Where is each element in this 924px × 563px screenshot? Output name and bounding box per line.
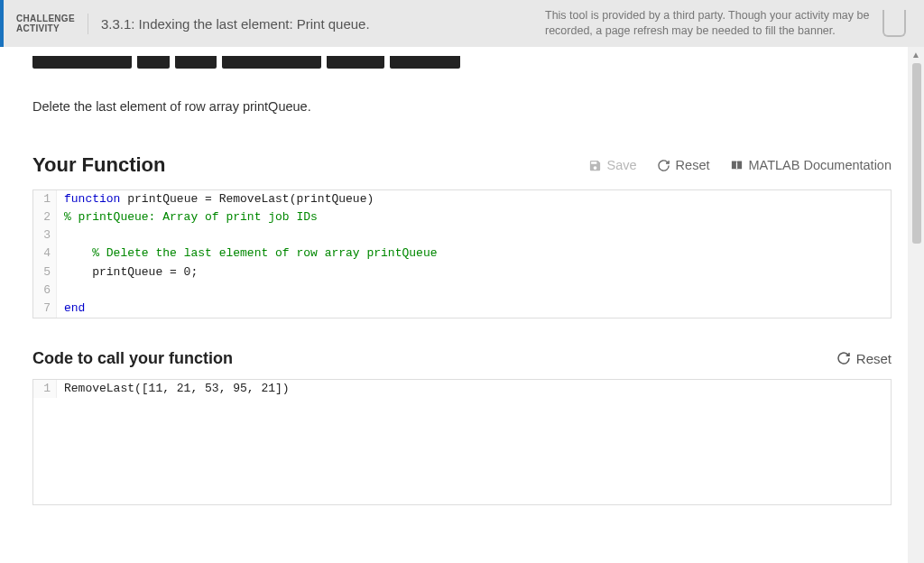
save-button[interactable]: Save	[588, 158, 637, 172]
save-label: Save	[607, 158, 637, 172]
reset-icon	[836, 351, 851, 365]
pocket-icon	[882, 10, 906, 37]
code-content[interactable]: end	[57, 300, 85, 318]
line-number: 5	[33, 263, 57, 282]
scroll-thumb[interactable]	[912, 63, 921, 244]
line-number: 4	[33, 245, 57, 263]
third-party-note: This tool is provided by a third party. …	[545, 8, 870, 39]
matlab-doc-link[interactable]: MATLAB Documentation	[730, 158, 892, 172]
challenge-title: 3.3.1: Indexing the last element: Print …	[101, 16, 370, 32]
line-number: 7	[33, 300, 57, 318]
code-content[interactable]: % printQueue: Array of print job IDs	[57, 208, 318, 226]
code-content[interactable]: function printQueue = RemoveLast(printQu…	[57, 190, 374, 208]
instruction-text: Delete the last element of row array pri…	[32, 99, 892, 114]
challenge-header: CHALLENGE ACTIVITY 3.3.1: Indexing the l…	[0, 0, 924, 47]
call-code-editor[interactable]: 1RemoveLast([11, 21, 53, 95, 21])	[32, 379, 892, 505]
code-content[interactable]	[57, 282, 64, 300]
badge-line2: ACTIVITY	[16, 23, 75, 34]
call-section-heading: Code to call your function	[32, 349, 836, 368]
matlab-doc-label: MATLAB Documentation	[749, 158, 892, 172]
line-number: 3	[33, 226, 57, 245]
code-line[interactable]: 5 printQueue = 0;	[33, 263, 891, 282]
line-number: 2	[33, 208, 57, 226]
badge-line1: CHALLENGE	[16, 14, 75, 24]
code-content[interactable]: printQueue = 0;	[57, 263, 198, 282]
code-line[interactable]: 4 % Delete the last element of row array…	[33, 245, 891, 263]
content-area: ▲ Delete the last element of row array p…	[0, 47, 924, 563]
line-number: 6	[33, 282, 57, 300]
reset-label: Reset	[676, 158, 710, 172]
code-content[interactable]: % Delete the last element of row array p…	[57, 245, 437, 263]
cutoff-heading	[32, 56, 892, 74]
vertical-scrollbar[interactable]: ▲	[908, 47, 924, 563]
scroll-up-arrow-icon[interactable]: ▲	[908, 50, 924, 60]
book-icon	[730, 159, 744, 172]
reset-icon	[657, 159, 670, 172]
code-line[interactable]: 1function printQueue = RemoveLast(printQ…	[33, 190, 891, 208]
code-line[interactable]: 1RemoveLast([11, 21, 53, 95, 21])	[33, 380, 891, 398]
code-line[interactable]: 2% printQueue: Array of print job IDs	[33, 208, 891, 226]
your-function-heading: Your Function	[32, 153, 588, 177]
code-line[interactable]: 7end	[33, 300, 891, 318]
challenge-badge: CHALLENGE ACTIVITY	[16, 14, 88, 34]
line-number: 1	[33, 190, 57, 208]
code-line[interactable]: 3	[33, 226, 891, 245]
code-line[interactable]: 6	[33, 282, 891, 300]
function-code-editor[interactable]: 1function printQueue = RemoveLast(printQ…	[32, 189, 892, 318]
function-toolbar: Save Reset MATLAB Documentation	[588, 158, 892, 172]
line-number: 1	[33, 380, 57, 398]
call-reset-label: Reset	[856, 351, 892, 366]
code-content[interactable]: RemoveLast([11, 21, 53, 95, 21])	[57, 380, 290, 398]
code-content[interactable]	[57, 226, 64, 245]
save-icon	[588, 159, 602, 172]
reset-button[interactable]: Reset	[657, 158, 710, 172]
call-reset-button[interactable]: Reset	[836, 351, 892, 366]
